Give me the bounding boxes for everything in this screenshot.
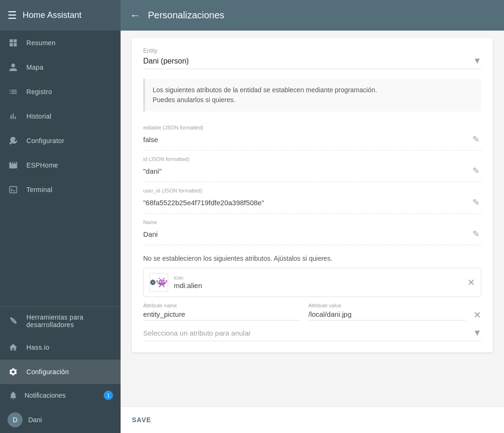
attr-row-editable: editable (JSON formatted) false ✎ [143, 119, 481, 151]
grid-icon [8, 37, 19, 48]
list-icon [8, 86, 19, 97]
entity-select-row[interactable]: Dani (person) ▼ [143, 56, 481, 69]
sidebar-item-registro[interactable]: Registro [0, 80, 121, 104]
attr-label-name: Name [143, 219, 481, 225]
sidebar-label-herramientas: Herramientas para desarrolladores [26, 313, 113, 329]
sidebar-item-historial[interactable]: Historial [0, 104, 121, 128]
entity-field-label: Entity [143, 48, 481, 54]
sidebar-item-hassio[interactable]: Hass.io [0, 335, 121, 360]
sidebar: ☰ Home Assistant Resumen Mapa Registro [0, 0, 121, 433]
attr-label-user-id: user_id (JSON formatted) [143, 188, 481, 193]
sidebar-item-configurator[interactable]: Configurator [0, 128, 121, 153]
not-set-header: No se establecieron los siguientes atrib… [143, 255, 481, 262]
entity-dropdown-arrow: ▼ [473, 56, 481, 66]
icon-close-button[interactable]: ✕ [467, 277, 475, 288]
attr-value-label: Attribute value [309, 303, 466, 308]
save-button[interactable]: SAVE [132, 414, 151, 425]
topbar: ← Personalizaciones [121, 0, 504, 31]
select-attr-dropdown-arrow: ▼ [473, 328, 481, 338]
sidebar-item-terminal[interactable]: Terminal [0, 177, 121, 202]
attr-close-button[interactable]: ✕ [473, 309, 481, 321]
sidebar-item-mapa[interactable]: Mapa [0, 55, 121, 80]
sidebar-nav: Resumen Mapa Registro Historial Configur… [0, 31, 121, 306]
user-label: Dani [28, 416, 42, 424]
notifications-label: Notificaciones [24, 392, 65, 399]
content-area: Entity Dani (person) ▼ Los siguientes at… [121, 31, 504, 406]
icon-preview: 👾 [149, 273, 168, 292]
attr-name-label: Attribute name [143, 303, 301, 308]
icon-input[interactable] [174, 281, 462, 289]
info-text: Los siguientes atributos de la entidad s… [153, 86, 377, 104]
home-icon [8, 342, 19, 353]
icon-field-group: icon [174, 275, 462, 290]
settings-icon [8, 366, 19, 377]
sidebar-label-hassio: Hass.io [26, 344, 49, 351]
entity-field-group: Entity Dani (person) ▼ [143, 48, 481, 69]
edit-button-name[interactable]: ✎ [471, 227, 481, 241]
build-icon [8, 315, 19, 327]
attr-row-user-id: user_id (JSON formatted) "68fa5522b25e4f… [143, 182, 481, 214]
sidebar-bottom: Herramientas para desarrolladores Hass.i… [0, 306, 121, 433]
user-item[interactable]: D Dani [0, 407, 121, 433]
save-bar: SAVE [121, 406, 504, 433]
attr-value-name: Dani [143, 230, 471, 238]
attr-value-id: "dani" [143, 167, 471, 175]
sidebar-label-configuracion: Configuración [26, 368, 69, 376]
attr-value-group: Attribute value [309, 303, 466, 321]
bell-icon [8, 390, 19, 401]
attr-value-user-id: "68fa5522b25e4f719fdfe20a398f508e" [143, 199, 471, 207]
bar-chart-icon [8, 111, 19, 122]
sidebar-item-herramientas[interactable]: Herramientas para desarrolladores [0, 307, 121, 335]
sidebar-label-resumen: Resumen [26, 39, 56, 47]
edit-button-user-id[interactable]: ✎ [471, 195, 481, 209]
film-icon [8, 160, 19, 171]
set-attributes-list: editable (JSON formatted) false ✎ id (JS… [143, 119, 481, 245]
notification-badge: 1 [104, 391, 113, 400]
sidebar-item-esphome[interactable]: ESPHome [0, 153, 121, 177]
main-card: Entity Dani (person) ▼ Los siguientes at… [132, 38, 493, 353]
sidebar-item-configuracion[interactable]: Configuración [0, 360, 121, 384]
avatar: D [8, 412, 23, 427]
sidebar-label-historial: Historial [26, 112, 51, 120]
notifications-item[interactable]: Notificaciones 1 [0, 384, 121, 407]
wrench-icon [8, 135, 19, 146]
info-box: Los siguientes atributos de la entidad s… [143, 79, 481, 112]
entity-value: Dani (person) [143, 57, 473, 65]
sidebar-label-registro: Registro [26, 88, 52, 96]
attr-name-input[interactable] [143, 310, 301, 321]
main-area: ← Personalizaciones Entity Dani (person)… [121, 0, 504, 433]
attr-value-input[interactable] [309, 310, 466, 321]
attr-label-id: id (JSON formatted) [143, 156, 481, 162]
edit-button-editable[interactable]: ✎ [471, 132, 481, 146]
attr-row-id: id (JSON formatted) "dani" ✎ [143, 151, 481, 182]
attribute-input-row: Attribute name Attribute value ✕ [143, 303, 481, 321]
select-attr-placeholder: Selecciona un atributo para anular [143, 329, 473, 337]
sidebar-item-resumen[interactable]: Resumen [0, 31, 121, 55]
sidebar-label-esphome: ESPHome [26, 161, 58, 169]
sidebar-label-terminal: Terminal [26, 186, 52, 193]
terminal-icon [8, 184, 19, 195]
select-attr-row[interactable]: Selecciona un atributo para anular ▼ [143, 328, 481, 341]
app-title: Home Assistant [23, 10, 81, 20]
attr-value-editable: false [143, 136, 471, 144]
attr-label-editable: editable (JSON formatted) [143, 125, 481, 130]
icon-label: icon [174, 275, 462, 281]
back-button[interactable]: ← [130, 9, 140, 22]
page-title: Personalizaciones [148, 10, 224, 21]
attr-row-name: Name Dani ✎ [143, 214, 481, 245]
sidebar-header: ☰ Home Assistant [0, 0, 121, 31]
icon-row: 👾 icon ✕ [143, 268, 481, 297]
person-icon [8, 62, 19, 73]
sidebar-label-mapa: Mapa [26, 64, 43, 71]
attr-name-group: Attribute name [143, 303, 301, 321]
menu-icon[interactable]: ☰ [8, 9, 17, 22]
sidebar-label-configurator: Configurator [26, 137, 65, 144]
edit-button-id[interactable]: ✎ [471, 164, 481, 178]
